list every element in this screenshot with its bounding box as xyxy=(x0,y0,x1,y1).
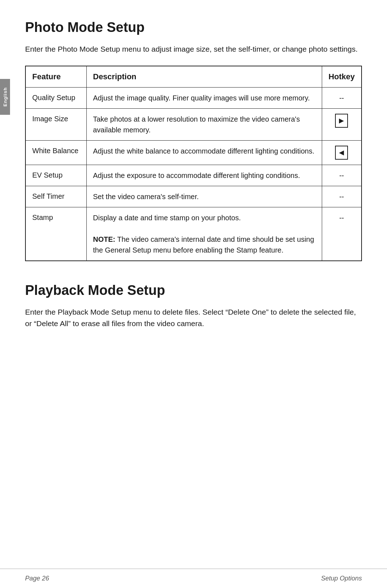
header-feature: Feature xyxy=(25,66,86,88)
feature-ev-setup: EV Setup xyxy=(25,165,86,186)
desc-stamp: Display a date and time stamp on your ph… xyxy=(86,207,322,261)
hotkey-quality-setup: -- xyxy=(322,88,362,109)
photo-mode-intro: Enter the Photo Mode Setup menu to adjus… xyxy=(25,43,362,55)
feature-self-timer: Self Timer xyxy=(25,186,86,207)
hotkey-white-balance: ◀ xyxy=(322,141,362,165)
table-row: Image Size Take photos at a lower resolu… xyxy=(25,109,362,141)
table-row: EV Setup Adjust the exposure to accommod… xyxy=(25,165,362,186)
playback-mode-title: Playback Mode Setup xyxy=(25,283,362,298)
feature-quality-setup: Quality Setup xyxy=(25,88,86,109)
play-left-icon: ◀ xyxy=(335,146,348,160)
feature-stamp: Stamp xyxy=(25,207,86,261)
sidebar-label: English xyxy=(3,87,8,107)
sidebar-english-tab: English xyxy=(0,79,10,115)
hotkey-ev-setup: -- xyxy=(322,165,362,186)
note-label: NOTE: xyxy=(93,235,115,243)
header-description: Description xyxy=(86,66,322,88)
feature-table: Feature Description Hotkey Quality Setup… xyxy=(25,66,362,261)
table-row: Stamp Display a date and time stamp on y… xyxy=(25,207,362,261)
play-right-icon: ▶ xyxy=(335,114,348,128)
playback-mode-intro: Enter the Playback Mode Setup menu to de… xyxy=(25,306,362,330)
desc-self-timer: Set the video camera's self-timer. xyxy=(86,186,322,207)
hotkey-self-timer: -- xyxy=(322,186,362,207)
header-hotkey: Hotkey xyxy=(322,66,362,88)
feature-image-size: Image Size xyxy=(25,109,86,141)
hotkey-image-size: ▶ xyxy=(322,109,362,141)
table-header-row: Feature Description Hotkey xyxy=(25,66,362,88)
hotkey-stamp: -- xyxy=(322,207,362,261)
footer-section-name: Setup Options xyxy=(321,575,362,582)
table-row: Self Timer Set the video camera's self-t… xyxy=(25,186,362,207)
desc-white-balance: Adjust the white balance to accommodate … xyxy=(86,141,322,165)
feature-white-balance: White Balance xyxy=(25,141,86,165)
table-row: Quality Setup Adjust the image quality. … xyxy=(25,88,362,109)
table-row: White Balance Adjust the white balance t… xyxy=(25,141,362,165)
footer-page-number: Page 26 xyxy=(25,575,49,582)
desc-quality-setup: Adjust the image quality. Finer quality … xyxy=(86,88,322,109)
desc-image-size: Take photos at a lower resolution to max… xyxy=(86,109,322,141)
page-wrapper: English Photo Mode Setup Enter the Photo… xyxy=(0,0,387,588)
page-footer: Page 26 Setup Options xyxy=(0,569,387,588)
main-content: Photo Mode Setup Enter the Photo Mode Se… xyxy=(0,0,387,569)
photo-mode-title: Photo Mode Setup xyxy=(25,20,362,36)
desc-ev-setup: Adjust the exposure to accommodate diffe… xyxy=(86,165,322,186)
